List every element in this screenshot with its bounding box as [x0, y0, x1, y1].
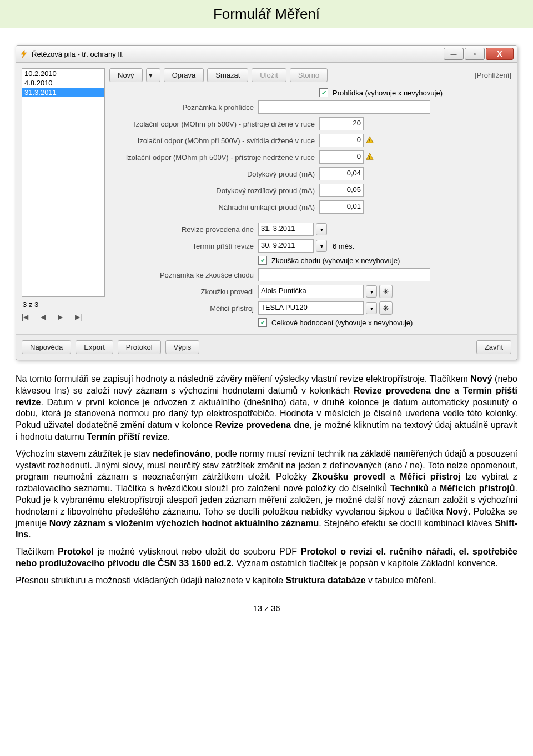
- list-item[interactable]: 10.2.2010: [22, 69, 104, 78]
- svg-text:!: !: [369, 138, 371, 143]
- page-footer: 13 z 36: [0, 592, 533, 624]
- minimize-button[interactable]: —: [444, 48, 464, 60]
- dot-input[interactable]: 0,04: [319, 167, 364, 180]
- app-window: Řetězová pila - tř. ochrany II. — ▫ X 10…: [16, 45, 517, 360]
- description-text: Na tomto formuláři se zapisují hodnoty a…: [16, 374, 517, 587]
- izo1-input[interactable]: 20: [319, 117, 364, 130]
- zkouska-checkbox[interactable]: ✔: [258, 256, 267, 265]
- nahr-input[interactable]: 0,01: [319, 200, 364, 214]
- zkousku-new-button[interactable]: ✳: [379, 285, 393, 298]
- app-icon: [19, 49, 28, 58]
- dotroz-label: Dotykový rozdílový proud (mA): [109, 187, 319, 195]
- date-dropdown-button[interactable]: ▾: [316, 223, 327, 235]
- nav-next-button[interactable]: ▶: [58, 313, 63, 321]
- zkousku-dropdown-button[interactable]: ▾: [366, 285, 377, 298]
- record-counter: 3 z 3: [22, 297, 105, 312]
- toolbar: Nový ▾ Oprava Smazat Uložit Storno [Proh…: [109, 68, 511, 82]
- zkouska-label: Zkouška chodu (vyhovuje x nevyhovuje): [271, 256, 400, 265]
- zkousku-label: Zkoužku provedl: [109, 288, 258, 296]
- nav-last-button[interactable]: ▶|: [75, 313, 82, 321]
- zakladni-konvence-link[interactable]: Základní konvence: [421, 558, 495, 568]
- izo2-label: Izolační odpor (MOhm při 500V) - svítidl…: [109, 137, 319, 145]
- termin-label: Termín příští revize: [109, 242, 258, 250]
- termin-months-label: 6 měs.: [333, 242, 354, 250]
- nav-first-button[interactable]: |◀: [22, 313, 28, 321]
- celkove-label: Celkové hodnocení (vyhovuje x nevyhovuje…: [271, 319, 413, 327]
- revize-dne-input[interactable]: 31. 3.2011: [258, 223, 314, 236]
- warning-icon: !: [366, 136, 374, 145]
- prohlidka-label: Prohlídka (vyhovuje x nevyhovuje): [333, 89, 443, 97]
- poznamka-input[interactable]: [258, 100, 430, 114]
- mereni-link[interactable]: měření: [406, 576, 434, 585]
- novy-button[interactable]: Nový: [109, 68, 143, 82]
- date-dropdown-button[interactable]: ▾: [316, 240, 327, 252]
- prohlidka-checkbox[interactable]: ✔: [319, 88, 328, 97]
- mode-label: [Prohlížení]: [475, 71, 511, 79]
- revize-dne-label: Revize provedena dne: [109, 225, 258, 234]
- termin-input[interactable]: 30. 9.2011: [258, 239, 314, 253]
- storno-button[interactable]: Storno: [290, 68, 328, 82]
- bottom-toolbar: Nápověda Export Protokol Výpis Zavřít: [16, 334, 517, 360]
- export-button[interactable]: Export: [76, 340, 113, 354]
- merici-input[interactable]: TESLA PU120: [258, 301, 364, 315]
- merici-label: Měřicí přístroj: [109, 304, 258, 313]
- window-titlebar: Řetězová pila - tř. ochrany II. — ▫ X: [16, 46, 517, 63]
- izo3-input[interactable]: 0: [319, 150, 364, 164]
- zavrit-button[interactable]: Zavřít: [476, 340, 511, 354]
- izo1-label: Izolační odpor (MOhm při 500V) - přístro…: [109, 120, 319, 128]
- svg-marker-0: [21, 50, 27, 58]
- vypis-button[interactable]: Výpis: [165, 340, 200, 354]
- smazat-button[interactable]: Smazat: [207, 68, 248, 82]
- merici-new-button[interactable]: ✳: [379, 301, 393, 315]
- oprava-button[interactable]: Oprava: [164, 68, 204, 82]
- napoveda-button[interactable]: Nápověda: [22, 340, 71, 354]
- protokol-button[interactable]: Protokol: [118, 340, 161, 354]
- svg-text:!: !: [369, 154, 371, 159]
- celkove-checkbox[interactable]: ✔: [258, 318, 267, 327]
- date-listbox[interactable]: 10.2.2010 4.8.2010 31.3.2011: [22, 68, 105, 297]
- poznamka-label: Poznámka k prohlídce: [109, 103, 258, 112]
- nahr-label: Náhradní unikající proud (mA): [109, 203, 319, 211]
- poznamka-zk-label: Poznámka ke zkoušce chodu: [109, 271, 258, 279]
- dot-label: Dotykový proud (mA): [109, 170, 319, 178]
- warning-icon: !: [366, 153, 374, 162]
- page-title: Formulář Měření: [0, 0, 533, 28]
- zkousku-input[interactable]: Alois Puntička: [258, 285, 364, 298]
- nav-prev-button[interactable]: ◀: [41, 313, 46, 321]
- merici-dropdown-button[interactable]: ▾: [366, 302, 377, 314]
- list-item[interactable]: 31.3.2011: [22, 88, 104, 97]
- dotroz-input[interactable]: 0,05: [319, 184, 364, 197]
- list-item[interactable]: 4.8.2010: [22, 78, 104, 88]
- izo2-input[interactable]: 0: [319, 134, 364, 147]
- poznamka-zk-input[interactable]: [258, 268, 430, 281]
- ulozit-button[interactable]: Uložit: [252, 68, 286, 82]
- close-button[interactable]: X: [486, 48, 514, 60]
- window-title: Řetězová pila - tř. ochrany II.: [32, 50, 444, 58]
- novy-dropdown-button[interactable]: ▾: [146, 68, 160, 82]
- izo3-label: Izolační odpor (MOhm při 500V) - přístro…: [109, 153, 319, 162]
- maximize-button[interactable]: ▫: [465, 48, 485, 60]
